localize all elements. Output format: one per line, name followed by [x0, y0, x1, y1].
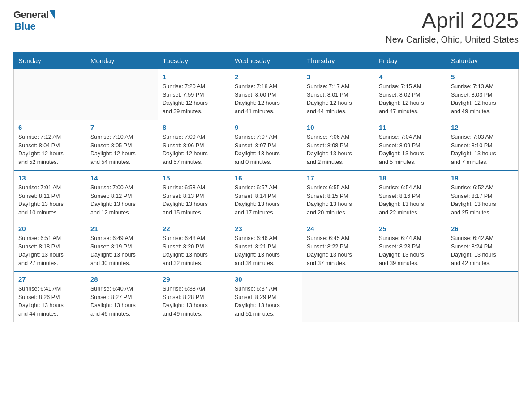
day-number: 12: [451, 124, 514, 131]
day-number: 5: [451, 73, 514, 81]
day-number: 24: [307, 225, 369, 232]
day-info: Sunrise: 6:55 AM Sunset: 8:15 PM Dayligh…: [307, 184, 369, 217]
calendar-cell: [14, 69, 86, 120]
calendar-week-row: 27Sunrise: 6:41 AM Sunset: 8:26 PM Dayli…: [14, 271, 519, 322]
logo-blue-text: Blue: [14, 21, 36, 32]
calendar-cell: 12Sunrise: 7:03 AM Sunset: 8:10 PM Dayli…: [446, 120, 519, 170]
day-number: 3: [307, 73, 369, 81]
header-saturday: Saturday: [446, 52, 519, 69]
day-info: Sunrise: 6:41 AM Sunset: 8:26 PM Dayligh…: [18, 285, 81, 318]
header-wednesday: Wednesday: [230, 52, 302, 69]
calendar-cell: 26Sunrise: 6:42 AM Sunset: 8:24 PM Dayli…: [446, 221, 519, 271]
calendar-cell: 7Sunrise: 7:10 AM Sunset: 8:05 PM Daylig…: [86, 120, 158, 170]
calendar-week-row: 13Sunrise: 7:01 AM Sunset: 8:11 PM Dayli…: [14, 170, 519, 221]
day-number: 27: [18, 275, 81, 283]
header-tuesday: Tuesday: [158, 52, 230, 69]
calendar-cell: 15Sunrise: 6:58 AM Sunset: 8:13 PM Dayli…: [158, 170, 230, 221]
day-number: 1: [163, 73, 225, 81]
day-number: 23: [235, 225, 297, 232]
day-info: Sunrise: 6:54 AM Sunset: 8:16 PM Dayligh…: [379, 184, 442, 217]
day-number: 14: [90, 174, 153, 182]
calendar-cell: 18Sunrise: 6:54 AM Sunset: 8:16 PM Dayli…: [374, 170, 446, 221]
calendar-week-row: 6Sunrise: 7:12 AM Sunset: 8:04 PM Daylig…: [14, 120, 519, 170]
day-info: Sunrise: 7:01 AM Sunset: 8:11 PM Dayligh…: [18, 184, 81, 217]
day-info: Sunrise: 7:10 AM Sunset: 8:05 PM Dayligh…: [90, 133, 153, 167]
day-number: 26: [451, 225, 514, 232]
calendar-cell: 14Sunrise: 7:00 AM Sunset: 8:12 PM Dayli…: [86, 170, 158, 221]
calendar-cell: 11Sunrise: 7:04 AM Sunset: 8:09 PM Dayli…: [374, 120, 446, 170]
day-info: Sunrise: 7:07 AM Sunset: 8:07 PM Dayligh…: [235, 133, 297, 167]
day-info: Sunrise: 6:48 AM Sunset: 8:20 PM Dayligh…: [163, 234, 225, 268]
day-info: Sunrise: 7:09 AM Sunset: 8:06 PM Dayligh…: [163, 133, 225, 167]
day-number: 22: [163, 225, 225, 232]
calendar-week-row: 20Sunrise: 6:51 AM Sunset: 8:18 PM Dayli…: [14, 221, 519, 271]
calendar-cell: 20Sunrise: 6:51 AM Sunset: 8:18 PM Dayli…: [14, 221, 86, 271]
calendar-week-row: 1Sunrise: 7:20 AM Sunset: 7:59 PM Daylig…: [14, 69, 519, 120]
calendar-cell: 9Sunrise: 7:07 AM Sunset: 8:07 PM Daylig…: [230, 120, 302, 170]
day-number: 21: [90, 225, 153, 232]
day-number: 15: [163, 174, 225, 182]
calendar-cell: 3Sunrise: 7:17 AM Sunset: 8:01 PM Daylig…: [302, 69, 374, 120]
day-info: Sunrise: 7:03 AM Sunset: 8:10 PM Dayligh…: [451, 133, 514, 167]
title-area: April 2025 New Carlisle, Ohio, United St…: [386, 9, 519, 45]
day-info: Sunrise: 6:44 AM Sunset: 8:23 PM Dayligh…: [379, 234, 442, 268]
logo-triangle-icon: [49, 10, 55, 19]
calendar-cell: 13Sunrise: 7:01 AM Sunset: 8:11 PM Dayli…: [14, 170, 86, 221]
day-number: 17: [307, 174, 369, 182]
day-number: 2: [235, 73, 297, 81]
day-number: 25: [379, 225, 442, 232]
day-number: 10: [307, 124, 369, 131]
day-number: 20: [18, 225, 81, 232]
day-number: 16: [235, 174, 297, 182]
day-info: Sunrise: 6:52 AM Sunset: 8:17 PM Dayligh…: [451, 184, 514, 217]
day-number: 30: [235, 275, 297, 283]
calendar-cell: 8Sunrise: 7:09 AM Sunset: 8:06 PM Daylig…: [158, 120, 230, 170]
calendar-header-row: SundayMondayTuesdayWednesdayThursdayFrid…: [14, 52, 519, 69]
day-number: 28: [90, 275, 153, 283]
day-info: Sunrise: 7:15 AM Sunset: 8:02 PM Dayligh…: [379, 82, 442, 116]
calendar-table: SundayMondayTuesdayWednesdayThursdayFrid…: [13, 52, 519, 322]
day-number: 11: [379, 124, 442, 131]
day-number: 8: [163, 124, 225, 131]
calendar-cell: 2Sunrise: 7:18 AM Sunset: 8:00 PM Daylig…: [230, 69, 302, 120]
day-info: Sunrise: 6:46 AM Sunset: 8:21 PM Dayligh…: [235, 234, 297, 268]
page-header: General Blue April 2025 New Carlisle, Oh…: [13, 9, 519, 45]
day-info: Sunrise: 6:57 AM Sunset: 8:14 PM Dayligh…: [235, 184, 297, 217]
header-sunday: Sunday: [14, 52, 86, 69]
day-info: Sunrise: 7:06 AM Sunset: 8:08 PM Dayligh…: [307, 133, 369, 167]
day-number: 9: [235, 124, 297, 131]
day-number: 18: [379, 174, 442, 182]
day-info: Sunrise: 6:38 AM Sunset: 8:28 PM Dayligh…: [163, 285, 225, 318]
day-number: 6: [18, 124, 81, 131]
calendar-cell: [302, 271, 374, 322]
day-info: Sunrise: 6:42 AM Sunset: 8:24 PM Dayligh…: [451, 234, 514, 268]
day-info: Sunrise: 6:51 AM Sunset: 8:18 PM Dayligh…: [18, 234, 81, 268]
calendar-cell: 24Sunrise: 6:45 AM Sunset: 8:22 PM Dayli…: [302, 221, 374, 271]
month-title: April 2025: [386, 9, 519, 33]
header-friday: Friday: [374, 52, 446, 69]
day-info: Sunrise: 7:18 AM Sunset: 8:00 PM Dayligh…: [235, 82, 297, 116]
calendar-cell: 25Sunrise: 6:44 AM Sunset: 8:23 PM Dayli…: [374, 221, 446, 271]
calendar-cell: [374, 271, 446, 322]
calendar-cell: 23Sunrise: 6:46 AM Sunset: 8:21 PM Dayli…: [230, 221, 302, 271]
day-number: 29: [163, 275, 225, 283]
calendar-cell: 6Sunrise: 7:12 AM Sunset: 8:04 PM Daylig…: [14, 120, 86, 170]
day-info: Sunrise: 7:17 AM Sunset: 8:01 PM Dayligh…: [307, 82, 369, 116]
day-info: Sunrise: 7:12 AM Sunset: 8:04 PM Dayligh…: [18, 133, 81, 167]
day-number: 7: [90, 124, 153, 131]
calendar-cell: 16Sunrise: 6:57 AM Sunset: 8:14 PM Dayli…: [230, 170, 302, 221]
day-info: Sunrise: 7:13 AM Sunset: 8:03 PM Dayligh…: [451, 82, 514, 116]
location-text: New Carlisle, Ohio, United States: [386, 34, 519, 45]
calendar-cell: 30Sunrise: 6:37 AM Sunset: 8:29 PM Dayli…: [230, 271, 302, 322]
day-info: Sunrise: 7:00 AM Sunset: 8:12 PM Dayligh…: [90, 184, 153, 217]
calendar-cell: 5Sunrise: 7:13 AM Sunset: 8:03 PM Daylig…: [446, 69, 519, 120]
logo: General Blue: [13, 9, 55, 32]
day-info: Sunrise: 6:40 AM Sunset: 8:27 PM Dayligh…: [90, 285, 153, 318]
calendar-cell: 17Sunrise: 6:55 AM Sunset: 8:15 PM Dayli…: [302, 170, 374, 221]
logo-general-text: General: [13, 9, 48, 21]
calendar-cell: 10Sunrise: 7:06 AM Sunset: 8:08 PM Dayli…: [302, 120, 374, 170]
day-number: 13: [18, 174, 81, 182]
day-info: Sunrise: 6:37 AM Sunset: 8:29 PM Dayligh…: [235, 285, 297, 318]
calendar-cell: 29Sunrise: 6:38 AM Sunset: 8:28 PM Dayli…: [158, 271, 230, 322]
day-info: Sunrise: 6:49 AM Sunset: 8:19 PM Dayligh…: [90, 234, 153, 268]
